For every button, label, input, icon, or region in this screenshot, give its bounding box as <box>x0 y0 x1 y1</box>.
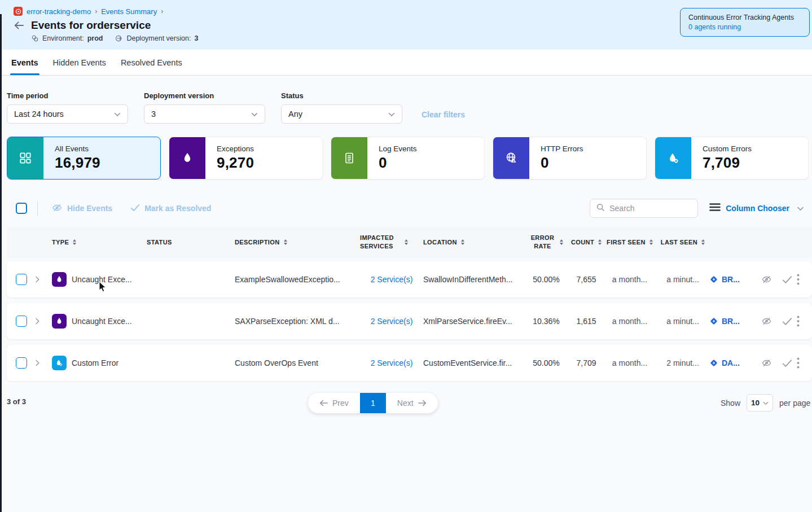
page-size-control: Show 10 per page <box>721 394 810 412</box>
sort-icon[interactable] <box>649 239 653 245</box>
stat-card-label: Log Events <box>379 145 417 153</box>
sort-icon[interactable] <box>284 239 287 245</box>
hamburger-icon <box>709 203 721 214</box>
row-menu-kebab-icon[interactable] <box>797 316 800 327</box>
flame-gear-icon <box>52 356 67 370</box>
stat-card-log-events[interactable]: Log Events 0 <box>331 137 485 180</box>
deployment-version-select[interactable]: 3 <box>144 104 265 124</box>
row-menu-kebab-icon[interactable] <box>797 274 800 285</box>
prev-page-button[interactable]: Prev <box>308 393 360 413</box>
count-cell: 7,709 <box>569 358 604 367</box>
time-period-filter: Time period Last 24 hours <box>7 91 128 124</box>
page-title: Events for orderservice <box>31 19 151 32</box>
chevron-right-icon[interactable] <box>33 317 42 326</box>
error-rate-cell: 50.00% <box>524 275 569 284</box>
environment-meta: Environment: prod <box>31 34 103 42</box>
page-size-select[interactable]: 10 <box>747 394 773 412</box>
sort-icon[interactable] <box>701 239 705 245</box>
sort-icon[interactable] <box>461 239 464 245</box>
column-header-error-rate[interactable]: Error Rate <box>524 234 569 251</box>
hide-event-icon[interactable] <box>761 358 773 368</box>
resolve-event-icon[interactable] <box>782 317 792 326</box>
impacted-services-link[interactable]: 2 Service(s) <box>360 358 423 367</box>
back-arrow-icon[interactable] <box>14 21 24 30</box>
column-header-type[interactable]: Type <box>52 238 147 247</box>
column-header-last-seen[interactable]: Last Seen <box>656 238 710 247</box>
time-period-select[interactable]: Last 24 hours <box>7 104 128 124</box>
first-seen-cell: a month... <box>604 275 656 284</box>
row-checkbox[interactable] <box>16 316 27 327</box>
stat-card-label: Custom Errors <box>703 145 752 153</box>
column-header-status: Status <box>147 238 235 247</box>
breadcrumb-section[interactable]: Events Summary <box>101 7 157 16</box>
location-cell: XmlParseService.fireEv... <box>423 317 524 326</box>
search-icon <box>596 203 605 214</box>
hide-events-button[interactable]: Hide Events <box>51 203 112 215</box>
resolve-event-icon[interactable] <box>782 359 792 367</box>
flame-icon <box>169 137 205 179</box>
mark-resolved-button[interactable]: Mark as Resolved <box>130 204 211 213</box>
sort-icon[interactable] <box>560 239 563 245</box>
search-input[interactable] <box>609 204 688 213</box>
stat-card-http-errors[interactable]: HTTP Errors 0 <box>493 137 647 180</box>
row-menu-kebab-icon[interactable] <box>797 357 800 369</box>
ticket-link[interactable]: DA... <box>710 358 740 367</box>
stat-card-exceptions[interactable]: Exceptions 9,270 <box>169 137 323 180</box>
tab-events[interactable]: Events <box>10 50 39 75</box>
last-seen-cell: a minut... <box>656 275 710 284</box>
clear-filters-button[interactable]: Clear filters <box>422 110 465 119</box>
time-period-value: Last 24 hours <box>14 110 64 119</box>
event-type-cell: Uncaught Exce... <box>52 314 147 329</box>
table-row: Custom Error Custom OverOps Event 2 Serv… <box>7 345 812 381</box>
impacted-services-link[interactable]: 2 Service(s) <box>360 317 423 326</box>
breadcrumb-separator: › <box>95 7 97 15</box>
log-document-icon <box>331 137 367 179</box>
tab-resolved-events[interactable]: Resolved Events <box>120 50 183 75</box>
tab-hidden-events[interactable]: Hidden Events <box>52 50 107 75</box>
column-header-first-seen[interactable]: First Seen <box>604 238 656 247</box>
description-cell: Custom OverOps Event <box>235 358 360 367</box>
deployment-version-filter: Deployment version 3 <box>144 91 265 124</box>
collapsed-nav-strip <box>0 14 2 512</box>
sort-icon[interactable] <box>405 239 408 245</box>
first-seen-cell: a month... <box>604 317 656 326</box>
eye-slash-icon <box>51 203 63 215</box>
chevron-down-icon <box>797 203 804 213</box>
row-checkbox[interactable] <box>16 274 27 285</box>
breadcrumb-project[interactable]: error-tracking-demo <box>27 7 91 16</box>
row-checkbox[interactable] <box>16 357 27 369</box>
stat-card-value: 0 <box>541 154 583 172</box>
error-rate-cell: 10.36% <box>524 317 569 326</box>
environment-icon <box>31 34 39 42</box>
column-header-impacted-services[interactable]: Impacted Services <box>360 234 423 251</box>
select-all-checkbox[interactable] <box>16 203 27 214</box>
deployment-icon <box>115 34 123 42</box>
column-header-description[interactable]: Description <box>235 238 360 247</box>
event-type-cell: Uncaught Exce... <box>52 272 147 287</box>
agents-card-title: Continuous Error Tracking Agents <box>688 14 801 21</box>
chevron-right-icon[interactable] <box>33 275 42 284</box>
ticket-link[interactable]: BR... <box>710 317 740 326</box>
status-filter: Status Any <box>281 91 402 124</box>
column-chooser-button[interactable]: Column Chooser <box>709 203 804 214</box>
checkmark-icon <box>130 204 140 213</box>
sort-icon[interactable] <box>73 239 76 245</box>
impacted-services-link[interactable]: 2 Service(s) <box>360 275 423 284</box>
stat-card-custom-errors[interactable]: Custom Errors 7,709 <box>655 137 809 180</box>
hide-event-icon[interactable] <box>761 274 773 285</box>
page-number-button[interactable]: 1 <box>360 393 386 413</box>
grid-icon <box>7 137 43 179</box>
ticket-link[interactable]: BR... <box>710 275 740 284</box>
resolve-event-icon[interactable] <box>782 275 792 284</box>
main-content: Time period Last 24 hours Deployment ver… <box>0 76 812 512</box>
sort-icon[interactable] <box>598 239 602 245</box>
hide-event-icon[interactable] <box>761 316 773 326</box>
agents-running-link[interactable]: 0 agents running <box>688 23 801 31</box>
chevron-right-icon[interactable] <box>33 358 42 367</box>
status-select[interactable]: Any <box>281 104 402 124</box>
error-tracking-page: error-tracking-demo › Events Summary › E… <box>0 0 812 512</box>
stat-card-all-events[interactable]: All Events 16,979 <box>7 137 161 180</box>
column-header-location[interactable]: Location <box>423 238 524 247</box>
next-page-button[interactable]: Next <box>386 393 438 413</box>
column-header-count[interactable]: Count <box>569 238 604 247</box>
